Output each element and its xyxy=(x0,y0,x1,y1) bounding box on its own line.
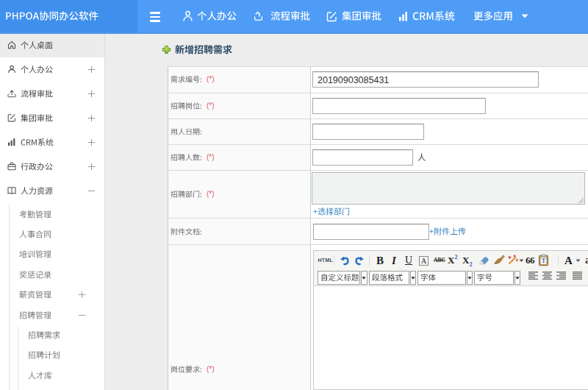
svg-text:T: T xyxy=(542,257,546,264)
